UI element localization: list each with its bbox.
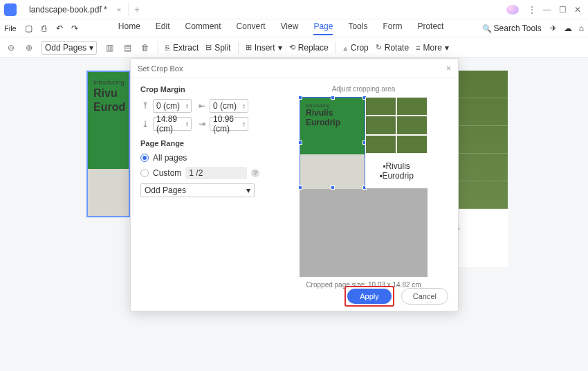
bottom-margin-icon: ⤓ (140, 119, 150, 129)
minimize-icon[interactable]: — (541, 5, 553, 15)
thumb1-icon[interactable]: ▥ (104, 42, 115, 53)
page-toolbar: ⊖ ⊕ Odd Pages▾ ▥ ▤ 🗑 ⎘ Extract ⊟ Split ⊞… (0, 37, 588, 58)
split-button[interactable]: ⊟ Split (205, 43, 230, 53)
cancel-button[interactable]: Cancel (401, 288, 448, 305)
page-filter-select[interactable]: Odd Pages▾ (42, 41, 97, 55)
top-margin-icon: ⤒ (140, 101, 150, 111)
rotate-button[interactable]: ↻ Rotate (376, 43, 409, 53)
document-tab[interactable]: landscape-book.pdf * × (22, 2, 129, 17)
left-margin-icon: ⇤ (197, 101, 207, 111)
preview-logo: ▪Rivulis▪Eurodrip (365, 154, 428, 188)
menu-page[interactable]: Page (313, 21, 333, 35)
profile-orb[interactable] (506, 5, 519, 15)
apply-highlight: Apply (344, 286, 394, 307)
more-button[interactable]: ≡ More ▾ (416, 43, 449, 53)
save-icon[interactable]: ▢ (24, 24, 35, 33)
maximize-icon[interactable]: ☐ (556, 5, 569, 15)
crop-dialog: Set Crop Box × Crop Margin ⤒0 (cm)▴▾ ⇤0 … (130, 58, 459, 311)
custom-radio[interactable]: Custom1 /2? (140, 167, 259, 179)
page-range-label: Page Range (140, 139, 259, 147)
all-pages-radio[interactable]: All pages (140, 153, 259, 163)
canvas: Introducing Rivu Eurod ılis lrip Set Cro… (0, 58, 588, 371)
undo-icon[interactable]: ↶ (54, 24, 65, 33)
crop-handle[interactable] (331, 186, 335, 190)
menubar: File ▢ ⎙ ↶ ↷ Home Edit Comment Convert V… (0, 19, 588, 37)
page-subset-select[interactable]: Odd Pages▾ (140, 183, 255, 197)
menu-convert[interactable]: Convert (237, 21, 266, 35)
right-margin-input[interactable]: 10.96 (cm)▴▾ (210, 117, 248, 131)
home-icon[interactable]: ⌂ (579, 24, 584, 33)
menu-protect[interactable]: Protect (417, 21, 443, 35)
adjust-label: Adjust cropping area (277, 85, 450, 93)
crop-handle[interactable] (298, 141, 302, 145)
close-icon[interactable]: ✕ (571, 5, 584, 15)
dialog-title: Set Crop Box (138, 64, 183, 73)
main-menu: Home Edit Comment Convert View Page Tool… (118, 21, 444, 35)
zoom-out-icon[interactable]: ⊖ (6, 42, 17, 53)
delete-icon[interactable]: 🗑 (140, 42, 151, 53)
crop-margin-label: Crop Margin (140, 85, 259, 93)
menu-form[interactable]: Form (383, 21, 402, 35)
print-icon[interactable]: ⎙ (39, 24, 50, 33)
dialog-close-icon[interactable]: × (446, 64, 451, 73)
search-tools[interactable]: 🔍 Search Tools (482, 24, 542, 33)
crop-preview[interactable]: Introducing Rivulis Eurodrip (300, 97, 428, 277)
right-margin-icon: ⇥ (197, 119, 207, 129)
crop-button[interactable]: ⟁ Crop (343, 43, 369, 53)
menu-tools[interactable]: Tools (348, 21, 367, 35)
custom-range-input[interactable]: 1 /2 (185, 167, 247, 179)
extract-button[interactable]: ⎘ Extract (165, 43, 199, 53)
top-margin-input[interactable]: 0 (cm)▴▾ (153, 99, 192, 113)
apply-button[interactable]: Apply (347, 289, 392, 304)
menu-edit[interactable]: Edit (156, 21, 170, 35)
crop-handle[interactable] (298, 186, 302, 190)
crop-handle[interactable] (298, 96, 302, 100)
new-tab-button[interactable]: + (134, 4, 140, 15)
insert-button[interactable]: ⊞ Insert ▾ (246, 43, 282, 53)
chevron-down-icon: ▾ (246, 186, 250, 195)
tab-close-icon[interactable]: × (117, 6, 121, 14)
crop-handle[interactable] (331, 96, 335, 100)
tab-title: landscape-book.pdf * (29, 5, 107, 15)
bottom-margin-input[interactable]: 14.89 (cm)▴▾ (153, 117, 192, 131)
cloud-icon[interactable]: ☁ (564, 24, 572, 33)
page-thumbnail[interactable]: Introducing Rivu Eurod (86, 71, 130, 217)
left-margin-input[interactable]: 0 (cm)▴▾ (210, 99, 248, 113)
kebab-icon[interactable]: ⋮ (526, 5, 538, 15)
menu-view[interactable]: View (281, 21, 299, 35)
crop-selection[interactable]: Introducing Rivulis Eurodrip (300, 97, 365, 188)
menu-comment[interactable]: Comment (185, 21, 221, 35)
titlebar: landscape-book.pdf * × + ⋮ — ☐ ✕ (0, 0, 588, 19)
quick-actions: ▢ ⎙ ↶ ↷ (24, 24, 80, 33)
file-menu[interactable]: File (4, 24, 17, 33)
help-icon[interactable]: ? (251, 169, 259, 177)
zoom-in-icon[interactable]: ⊕ (24, 42, 35, 53)
chevron-down-icon: ▾ (89, 43, 93, 53)
replace-button[interactable]: ⟲ Replace (289, 43, 329, 53)
app-logo (4, 3, 17, 16)
menu-home[interactable]: Home (118, 21, 140, 35)
thumb2-icon[interactable]: ▤ (122, 42, 133, 53)
redo-icon[interactable]: ↷ (69, 24, 80, 33)
send-icon[interactable]: ✈ (550, 24, 557, 33)
